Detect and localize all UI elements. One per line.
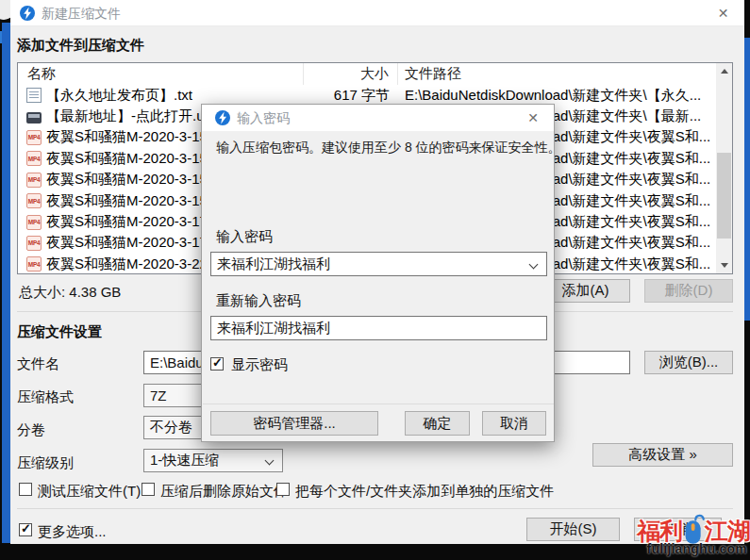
file-size: 617 字节: [304, 87, 398, 105]
mp4-file-icon: MP4: [26, 151, 42, 166]
password-value: 来福利江湖找福利: [217, 255, 330, 273]
test-archive-label: 测试压缩文件(T): [38, 483, 141, 501]
mp4-file-icon: MP4: [26, 215, 42, 230]
mp4-file-icon: MP4: [26, 256, 42, 272]
dialog-title: 输入密码: [237, 110, 290, 127]
add-files-header: 添加文件到压缩文件: [17, 37, 144, 55]
confirm-password-label: 重新输入密码: [216, 292, 301, 310]
watermark-url: fulijianghu.com: [647, 541, 747, 556]
show-password-label: 显示密码: [231, 356, 288, 374]
mp4-file-icon: MP4: [26, 130, 42, 145]
confirm-password-value: 来福利江湖找福利: [217, 320, 330, 338]
screen: 新建压缩文件 ✕ 添加文件到压缩文件 名称 大小 文件路径 【永久地址发布页】.…: [0, 0, 750, 560]
dialog-cancel-button[interactable]: 取消: [482, 411, 546, 436]
file-path: E:\BaiduNetdiskDownload\新建文件夹\【永久...: [398, 87, 732, 105]
delete-original-checkbox[interactable]: [142, 483, 155, 496]
chevron-down-icon: [265, 456, 275, 466]
column-path[interactable]: 文件路径: [398, 63, 732, 85]
filename-label: 文件名: [17, 355, 59, 373]
level-label: 压缩级别: [17, 454, 74, 472]
password-hint-text: 输入压缩包密码。建议使用至少 8 位的密码来保证安全性。: [216, 140, 555, 156]
mp4-icon-label: MP4: [28, 198, 40, 205]
background-strip-right: [744, 38, 750, 321]
advanced-settings-button[interactable]: 高级设置 »: [592, 443, 733, 467]
bandizip-icon: [215, 110, 230, 125]
column-size[interactable]: 大小: [304, 63, 398, 85]
scroll-up-icon[interactable]: [716, 63, 732, 79]
start-button[interactable]: 开始(S): [526, 518, 620, 541]
password-dialog: 输入密码 ✕ 输入压缩包密码。建议使用至少 8 位的密码来保证安全性。 输入密码…: [201, 104, 555, 442]
confirm-password-input[interactable]: 来福利江湖找福利: [210, 316, 547, 340]
mp4-file-icon: MP4: [26, 173, 42, 188]
delete-button: 删除(D): [644, 279, 733, 303]
volume-value: 不分卷: [150, 419, 192, 436]
test-archive-checkbox[interactable]: [19, 483, 32, 496]
mp4-file-icon: MP4: [26, 236, 42, 251]
bandizip-icon: [20, 6, 35, 21]
password-label: 输入密码: [216, 228, 273, 246]
background-strip-left: [2, 23, 10, 543]
window-title: 新建压缩文件: [42, 6, 121, 23]
watermark: 福利 江湖 fulijianghu.com: [623, 506, 750, 560]
level-select[interactable]: 1-快速压缩: [143, 449, 283, 472]
mp4-icon-label: MP4: [28, 239, 40, 246]
browse-button[interactable]: 浏览(B)...: [644, 351, 733, 374]
watermark-text-left: 福利: [637, 519, 682, 543]
scrollbar-thumb[interactable]: [717, 153, 731, 239]
vertical-scrollbar[interactable]: [716, 63, 732, 273]
format-label: 压缩格式: [17, 388, 74, 406]
watermark-text-right: 江湖: [705, 519, 750, 543]
mp4-icon-label: MP4: [28, 176, 40, 183]
level-value: 1-快速压缩: [150, 452, 219, 469]
list-header: 名称 大小 文件路径: [18, 63, 732, 85]
mp4-icon-label: MP4: [28, 134, 40, 140]
url-file-icon: [26, 112, 42, 124]
format-value: 7Z: [150, 387, 167, 404]
close-icon[interactable]: ✕: [516, 105, 550, 131]
text-file-icon: [26, 88, 42, 103]
mp4-file-icon: MP4: [26, 193, 42, 208]
mp4-icon-label: MP4: [28, 156, 40, 162]
archive-settings-header: 压缩文件设置: [17, 323, 102, 341]
file-name: 【最新地址】-点此打开.url: [46, 107, 212, 125]
password-manager-button[interactable]: 密码管理器...: [210, 411, 378, 436]
mp4-icon-label: MP4: [28, 219, 40, 225]
separate-archive-label: 把每个文件/文件夹添加到单独的压缩文件: [295, 483, 554, 501]
delete-original-label: 压缩后删除原始文件: [160, 483, 288, 501]
mp4-icon-label: MP4: [28, 261, 40, 268]
more-options-checkbox[interactable]: [19, 523, 32, 536]
more-options-label: 更多选项...: [38, 523, 107, 541]
password-input[interactable]: 来福利江湖找福利: [210, 252, 547, 276]
ok-button[interactable]: 确定: [405, 411, 470, 436]
show-password-checkbox[interactable]: [210, 357, 224, 371]
chevron-down-icon[interactable]: [529, 260, 539, 270]
file-name: 【永久地址发布页】.txt: [46, 87, 192, 105]
scroll-down-icon[interactable]: [716, 257, 732, 273]
total-size-label: 总大小: 4.38 GB: [19, 284, 121, 302]
close-icon[interactable]: ✕: [702, 0, 744, 26]
divider: [203, 404, 555, 404]
column-name[interactable]: 名称: [18, 63, 304, 85]
separate-archive-checkbox[interactable]: [276, 483, 290, 496]
volume-label: 分卷: [17, 421, 45, 439]
